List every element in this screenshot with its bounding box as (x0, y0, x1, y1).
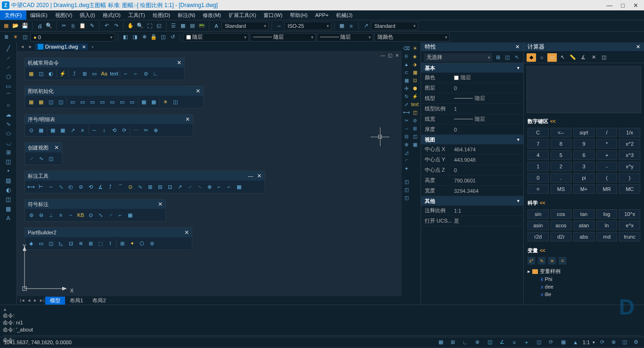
cut-icon[interactable]: ✂ (59, 22, 68, 30)
panel-close[interactable]: ✕ (184, 229, 189, 236)
mech-icon[interactable]: ⚡ (58, 69, 67, 78)
init-icon[interactable]: ▭ (108, 98, 116, 106)
zoomext-icon[interactable]: ⛶ (145, 22, 154, 30)
dim-icon[interactable]: ⌐ (215, 182, 223, 191)
print-icon[interactable]: 🖨 (35, 22, 44, 30)
calc-key-atan[interactable]: atan (573, 221, 594, 230)
prop-value-h[interactable]: 790.0601 (454, 178, 523, 183)
mtool-icon[interactable]: ◫ (403, 178, 410, 185)
selectall-icon[interactable]: ↖ (513, 54, 520, 61)
panel-close[interactable]: ✕ (54, 144, 59, 151)
var-item[interactable]: x dee (528, 283, 640, 290)
calc-key-9[interactable]: 9 (573, 139, 594, 149)
mtool-icon[interactable]: ◫ (403, 194, 410, 201)
prop-value-cx[interactable]: 464.1474 (454, 147, 523, 152)
canvas-close[interactable]: ✕ (395, 53, 399, 58)
save-icon[interactable]: 💾 (21, 22, 29, 30)
lwt-icon[interactable]: ≡ (510, 339, 519, 346)
polar-icon[interactable]: ⊕ (473, 339, 482, 346)
calc-key-xy[interactable]: x^y (619, 162, 640, 171)
menu-window[interactable]: 窗口(W) (260, 10, 286, 20)
move-icon[interactable]: ✣ (403, 84, 410, 92)
dim-icon[interactable]: ∡ (96, 182, 105, 191)
mech-icon[interactable]: ◐ (47, 69, 55, 78)
bom-icon[interactable]: ⟳ (120, 126, 128, 134)
dim-icon[interactable]: ⊙ (126, 182, 134, 191)
mtool-icon[interactable]: ⬗ (411, 60, 419, 68)
calc-key-pi[interactable]: pi (573, 173, 594, 182)
sb-tool-icon[interactable]: ⟳ (598, 339, 606, 346)
otrack-icon[interactable]: ∠ (498, 339, 506, 346)
calc-mode-8[interactable]: ◫ (599, 53, 609, 62)
menu-modify[interactable]: 修改(M) (199, 10, 225, 20)
pan-icon[interactable]: ✋ (126, 22, 135, 30)
copy-icon[interactable]: ⎘ (69, 22, 77, 30)
scale-icon[interactable]: ⤢ (403, 100, 410, 108)
init-icon[interactable]: ▭ (88, 98, 97, 106)
init-icon[interactable]: ▭ (128, 98, 136, 106)
sym-icon[interactable]: ⊙ (86, 211, 95, 219)
sym-icon[interactable]: ⊖ (37, 211, 45, 219)
spline-icon[interactable]: ∿ (4, 120, 13, 128)
calc-key-MR[interactable]: MR (596, 184, 618, 194)
calc-key-C[interactable]: C (528, 128, 549, 137)
circle-icon[interactable]: ○ (4, 101, 13, 109)
calc-mode-3[interactable]: ▭ (547, 53, 557, 62)
bom-icon[interactable]: ≡ (78, 126, 87, 134)
dim-icon[interactable]: ⊞ (146, 182, 154, 191)
properties-icon[interactable]: ☰ (169, 22, 178, 30)
calc-mode-7[interactable]: ✕ (589, 53, 598, 62)
color-dropdown[interactable]: 随层 (183, 33, 249, 41)
mech-icon[interactable]: ⤴ (70, 69, 79, 78)
dim-icon[interactable]: ⤡ (57, 182, 65, 191)
panel-close[interactable]: ✕ (185, 116, 190, 123)
dim-icon[interactable]: ⤴ (106, 182, 115, 191)
mtool-icon[interactable]: ⊞ (411, 124, 419, 132)
scale-display[interactable]: 1:1 (583, 340, 590, 345)
sym-icon[interactable]: ▦ (126, 211, 134, 219)
layer-dropdown[interactable]: ● 0 (30, 33, 115, 41)
doc-tab-close[interactable]: ✕ (82, 44, 86, 50)
layermch-icon[interactable]: ◫ (159, 33, 167, 41)
bom-icon[interactable]: ✂ (141, 126, 150, 134)
dim-icon[interactable]: ⊟ (156, 182, 164, 191)
calc-icon[interactable]: 📟 (198, 22, 206, 30)
dim-icon[interactable]: ◴ (66, 182, 75, 191)
view-icon[interactable]: ∿ (37, 154, 45, 163)
calc-key-1x[interactable]: 1/x (619, 128, 640, 137)
calc-numpad-header[interactable]: 数字键区 (524, 116, 644, 127)
mech-icon[interactable]: ◫ (37, 69, 45, 78)
mtool-icon[interactable]: ⊘ (411, 116, 419, 124)
pline-icon[interactable]: ⟋ (4, 63, 13, 72)
view-icon[interactable]: ⟋ (27, 154, 35, 163)
calc-key-[interactable]: . (551, 173, 572, 182)
mech-icon[interactable]: Aa (100, 69, 108, 78)
undo-icon[interactable]: ↶ (102, 22, 111, 30)
sym-icon[interactable]: ≡ (57, 211, 65, 219)
qselect-icon[interactable]: ⊞ (494, 54, 502, 61)
init-icon[interactable]: ▭ (118, 98, 126, 106)
rotate-icon[interactable]: ↻ (403, 92, 410, 100)
textstyle-icon[interactable]: A (212, 22, 221, 30)
line-icon[interactable]: ╱ (4, 44, 13, 53)
lineweight-dropdown[interactable]: 随层 (317, 33, 373, 41)
panel-close[interactable]: ✕ (177, 59, 182, 66)
dim-icon[interactable]: ⟋ (185, 182, 194, 191)
calc-key-7[interactable]: 7 (528, 139, 549, 149)
menu-ext[interactable]: 扩展工具(X) (225, 10, 260, 20)
init-icon[interactable]: ▭ (98, 98, 107, 106)
tab-layout1[interactable]: 布局1 (65, 297, 88, 305)
dim-icon[interactable]: ⟷ (27, 182, 35, 191)
calc-key-log[interactable]: log (596, 209, 618, 219)
bom-icon[interactable]: ↔ (90, 126, 99, 134)
new-icon[interactable]: ▦ (2, 22, 10, 30)
preview-icon[interactable]: 🔍 (45, 22, 53, 30)
designcenter-icon[interactable]: ▦ (179, 22, 187, 30)
mtool-icon[interactable]: ⚡ (411, 92, 419, 100)
init-icon[interactable]: ▦ (149, 98, 158, 106)
layout-next[interactable]: ► (32, 298, 38, 303)
init-icon[interactable]: ▭ (68, 98, 77, 106)
match-icon[interactable]: ✎ (88, 22, 96, 30)
init-icon[interactable]: ▭ (78, 98, 87, 106)
menu-edit[interactable]: 编辑(E) (26, 10, 51, 20)
